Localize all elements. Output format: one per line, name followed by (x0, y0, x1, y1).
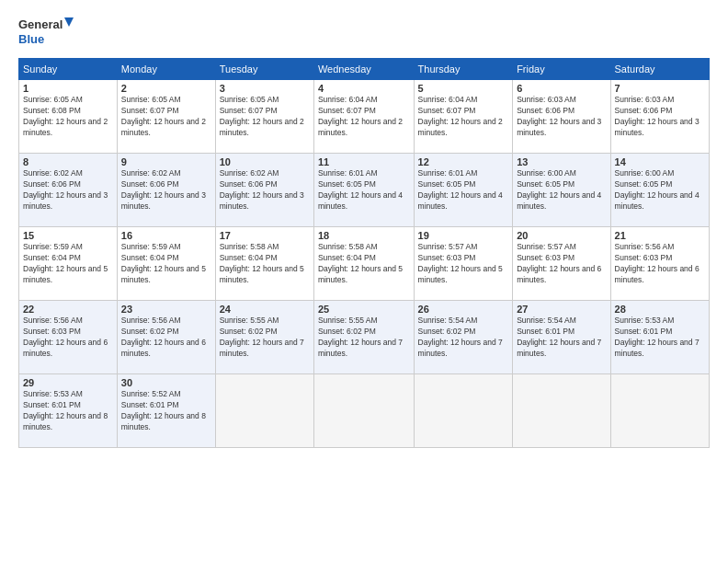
calendar-cell: 17 Sunrise: 5:58 AM Sunset: 6:04 PM Dayl… (215, 227, 313, 301)
sunset-label: Sunset: 6:01 PM (23, 400, 81, 409)
day-info: Sunrise: 5:55 AM Sunset: 6:02 PM Dayligh… (318, 316, 410, 360)
day-number: 21 (615, 230, 705, 241)
daylight-label: Daylight: 12 hours and 6 minutes. (517, 264, 601, 284)
sunrise-label: Sunrise: 5:56 AM (23, 316, 83, 325)
day-info: Sunrise: 6:05 AM Sunset: 6:08 PM Dayligh… (23, 95, 113, 139)
calendar-cell: 12 Sunrise: 6:01 AM Sunset: 6:05 PM Dayl… (414, 154, 513, 227)
calendar-cell: 5 Sunrise: 6:04 AM Sunset: 6:07 PM Dayli… (414, 80, 513, 154)
calendar-cell: 15 Sunrise: 5:59 AM Sunset: 6:04 PM Dayl… (19, 227, 118, 301)
calendar-cell: 14 Sunrise: 6:00 AM Sunset: 6:05 PM Dayl… (610, 154, 709, 227)
day-info: Sunrise: 6:04 AM Sunset: 6:07 PM Dayligh… (318, 95, 410, 139)
calendar-week-2: 8 Sunrise: 6:02 AM Sunset: 6:06 PM Dayli… (19, 154, 710, 227)
calendar-week-1: 1 Sunrise: 6:05 AM Sunset: 6:08 PM Dayli… (19, 80, 710, 154)
header-thursday: Thursday (414, 59, 513, 80)
calendar-cell: 3 Sunrise: 6:05 AM Sunset: 6:07 PM Dayli… (215, 80, 313, 154)
sunrise-label: Sunrise: 5:54 AM (418, 316, 478, 325)
day-number: 12 (418, 156, 509, 167)
sunset-label: Sunset: 6:03 PM (517, 253, 574, 262)
day-info: Sunrise: 6:00 AM Sunset: 6:05 PM Dayligh… (517, 168, 606, 213)
daylight-label: Daylight: 12 hours and 7 minutes. (318, 338, 403, 358)
calendar-week-5: 29 Sunrise: 5:53 AM Sunset: 6:01 PM Dayl… (19, 374, 710, 448)
calendar-cell (215, 374, 313, 448)
daylight-label: Daylight: 12 hours and 7 minutes. (220, 338, 304, 358)
day-number: 28 (615, 304, 705, 315)
day-info: Sunrise: 6:05 AM Sunset: 6:07 PM Dayligh… (220, 95, 310, 139)
day-info: Sunrise: 5:56 AM Sunset: 6:03 PM Dayligh… (23, 316, 113, 360)
day-info: Sunrise: 5:56 AM Sunset: 6:02 PM Dayligh… (121, 316, 211, 360)
day-number: 4 (318, 83, 410, 94)
daylight-label: Daylight: 12 hours and 4 minutes. (615, 190, 700, 211)
sunset-label: Sunset: 6:04 PM (220, 253, 278, 262)
daylight-label: Daylight: 12 hours and 2 minutes. (418, 117, 503, 137)
day-info: Sunrise: 5:53 AM Sunset: 6:01 PM Dayligh… (23, 389, 113, 433)
calendar-cell: 19 Sunrise: 5:57 AM Sunset: 6:03 PM Dayl… (414, 227, 513, 301)
day-number: 14 (615, 156, 705, 167)
calendar-cell: 9 Sunrise: 6:02 AM Sunset: 6:06 PM Dayli… (117, 154, 215, 227)
calendar-cell (610, 374, 709, 448)
sunrise-label: Sunrise: 6:03 AM (517, 95, 576, 104)
day-info: Sunrise: 6:02 AM Sunset: 6:06 PM Dayligh… (23, 168, 113, 213)
sunrise-label: Sunrise: 5:57 AM (418, 242, 478, 251)
day-number: 2 (121, 83, 211, 94)
sunrise-label: Sunrise: 6:03 AM (615, 95, 675, 104)
calendar-cell: 11 Sunrise: 6:01 AM Sunset: 6:05 PM Dayl… (313, 154, 414, 227)
sunset-label: Sunset: 6:08 PM (23, 106, 81, 115)
sunset-label: Sunset: 6:03 PM (23, 327, 81, 336)
header-saturday: Saturday (610, 59, 709, 80)
sunset-label: Sunset: 6:06 PM (615, 106, 673, 115)
day-number: 13 (517, 156, 606, 167)
calendar-cell (414, 374, 513, 448)
header-wednesday: Wednesday (313, 59, 414, 80)
day-number: 15 (23, 230, 113, 241)
day-number: 20 (517, 230, 606, 241)
sunset-label: Sunset: 6:02 PM (318, 327, 376, 336)
day-info: Sunrise: 5:58 AM Sunset: 6:04 PM Dayligh… (220, 242, 310, 286)
day-number: 11 (318, 156, 410, 167)
day-info: Sunrise: 5:58 AM Sunset: 6:04 PM Dayligh… (318, 242, 410, 286)
day-number: 8 (23, 156, 113, 167)
sunrise-label: Sunrise: 6:04 AM (418, 95, 478, 104)
sunset-label: Sunset: 6:06 PM (517, 106, 574, 115)
daylight-label: Daylight: 12 hours and 5 minutes. (23, 264, 108, 284)
sunrise-label: Sunrise: 6:00 AM (517, 168, 576, 178)
day-number: 7 (615, 83, 705, 94)
daylight-label: Daylight: 12 hours and 4 minutes. (318, 190, 403, 211)
day-info: Sunrise: 6:03 AM Sunset: 6:06 PM Dayligh… (615, 95, 705, 139)
day-number: 22 (23, 304, 113, 315)
day-info: Sunrise: 5:59 AM Sunset: 6:04 PM Dayligh… (23, 242, 113, 286)
calendar-cell (513, 374, 610, 448)
daylight-label: Daylight: 12 hours and 7 minutes. (615, 338, 700, 358)
day-info: Sunrise: 5:59 AM Sunset: 6:04 PM Dayligh… (121, 242, 211, 286)
daylight-label: Daylight: 12 hours and 8 minutes. (121, 411, 206, 431)
day-number: 18 (318, 230, 410, 241)
calendar-week-4: 22 Sunrise: 5:56 AM Sunset: 6:03 PM Dayl… (19, 301, 710, 374)
sunset-label: Sunset: 6:05 PM (418, 179, 476, 189)
sunrise-label: Sunrise: 6:05 AM (220, 95, 279, 104)
day-info: Sunrise: 5:57 AM Sunset: 6:03 PM Dayligh… (418, 242, 509, 286)
daylight-label: Daylight: 12 hours and 3 minutes. (517, 117, 601, 137)
sunrise-label: Sunrise: 6:04 AM (318, 95, 378, 104)
sunset-label: Sunset: 6:07 PM (418, 106, 476, 115)
day-number: 1 (23, 83, 113, 94)
sunrise-label: Sunrise: 5:53 AM (615, 316, 675, 325)
day-info: Sunrise: 6:05 AM Sunset: 6:07 PM Dayligh… (121, 95, 211, 139)
header: General Blue (18, 14, 710, 51)
calendar-cell: 8 Sunrise: 6:02 AM Sunset: 6:06 PM Dayli… (19, 154, 118, 227)
calendar-cell: 1 Sunrise: 6:05 AM Sunset: 6:08 PM Dayli… (19, 80, 118, 154)
daylight-label: Daylight: 12 hours and 3 minutes. (615, 117, 700, 137)
calendar-cell: 18 Sunrise: 5:58 AM Sunset: 6:04 PM Dayl… (313, 227, 414, 301)
day-number: 24 (220, 304, 310, 315)
sunrise-label: Sunrise: 6:05 AM (23, 95, 83, 104)
calendar-cell: 26 Sunrise: 5:54 AM Sunset: 6:02 PM Dayl… (414, 301, 513, 374)
sunrise-label: Sunrise: 5:54 AM (517, 316, 576, 325)
calendar-cell: 20 Sunrise: 5:57 AM Sunset: 6:03 PM Dayl… (513, 227, 610, 301)
sunset-label: Sunset: 6:01 PM (121, 400, 179, 409)
sunset-label: Sunset: 6:07 PM (121, 106, 179, 115)
header-tuesday: Tuesday (215, 59, 313, 80)
day-number: 30 (121, 377, 211, 388)
daylight-label: Daylight: 12 hours and 5 minutes. (121, 264, 206, 284)
daylight-label: Daylight: 12 hours and 2 minutes. (23, 117, 108, 137)
daylight-label: Daylight: 12 hours and 4 minutes. (418, 190, 503, 211)
sunset-label: Sunset: 6:05 PM (517, 179, 574, 189)
calendar-cell: 28 Sunrise: 5:53 AM Sunset: 6:01 PM Dayl… (610, 301, 709, 374)
